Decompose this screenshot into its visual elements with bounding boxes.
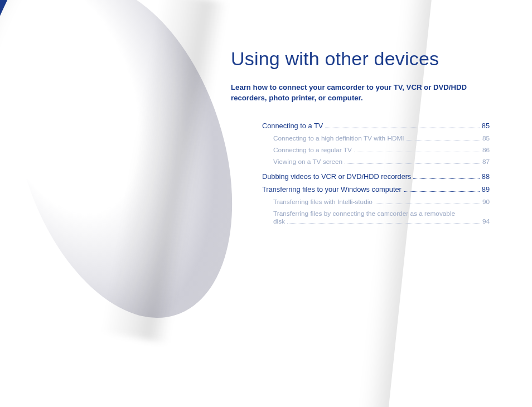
toc-label: Transferring files by connecting the cam…: [273, 210, 490, 217]
toc-subentry[interactable]: Viewing on a TV screen 87: [262, 158, 490, 166]
toc-leader: [375, 199, 480, 204]
toc-page: 85: [482, 134, 490, 142]
toc-entry[interactable]: Dubbing videos to VCR or DVD/HDD recorde…: [262, 172, 490, 181]
toc-leader: [404, 186, 480, 192]
toc-label: Transferring files with Intelli-studio: [273, 198, 373, 206]
toc-page: 88: [482, 172, 490, 181]
toc-page: 90: [482, 198, 490, 206]
toc-leader: [354, 147, 480, 152]
content-block: Using with other devices Learn how to co…: [231, 48, 499, 130]
toc-subentry[interactable]: Transferring files by connecting the cam…: [262, 210, 490, 225]
toc-page: 85: [482, 122, 490, 130]
toc-subentry[interactable]: Transferring files with Intelli-studio 9…: [262, 198, 490, 206]
document-page: Using with other devices Learn how to co…: [0, 0, 532, 407]
toc-leader: [345, 159, 480, 164]
toc-page: 89: [482, 185, 490, 193]
table-of-contents: Connecting to a TV 85 Connecting to a hi…: [262, 122, 490, 229]
toc-leader: [325, 123, 479, 128]
toc-label: Connecting to a TV: [262, 122, 323, 130]
toc-leader: [413, 173, 479, 179]
toc-label: Transferring files to your Windows compu…: [262, 185, 402, 193]
toc-label: Dubbing videos to VCR or DVD/HDD recorde…: [262, 172, 411, 181]
toc-subentry[interactable]: Connecting to a high definition TV with …: [262, 134, 490, 142]
toc-page: 94: [482, 217, 490, 225]
toc-entry[interactable]: Transferring files to your Windows compu…: [262, 185, 490, 193]
toc-label: Viewing on a TV screen: [273, 158, 342, 166]
toc-leader: [287, 219, 480, 224]
toc-label: Connecting to a regular TV: [273, 146, 352, 154]
chapter-title: Using with other devices: [231, 48, 499, 70]
toc-entry[interactable]: Connecting to a TV 85: [262, 122, 490, 130]
toc-page: 87: [482, 158, 490, 166]
toc-leader: [407, 135, 480, 140]
toc-page: 86: [482, 146, 490, 154]
toc-label: disk: [273, 217, 285, 225]
chapter-subtitle: Learn how to connect your camcorder to y…: [231, 82, 487, 103]
toc-subentry[interactable]: Connecting to a regular TV 86: [262, 146, 490, 154]
toc-label: Connecting to a high definition TV with …: [273, 134, 404, 142]
